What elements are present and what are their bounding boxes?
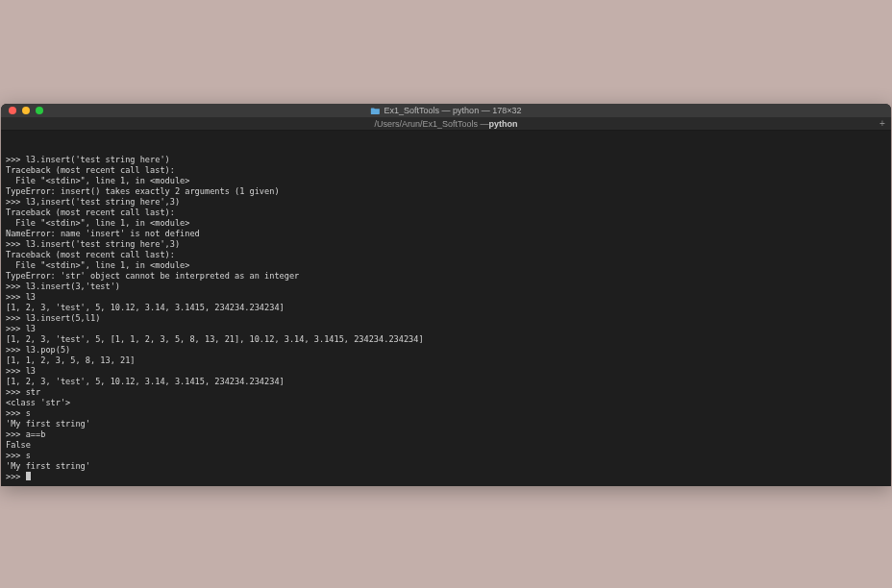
terminal-line: Traceback (most recent call last):	[6, 165, 886, 176]
terminal-line: [1, 1, 2, 3, 5, 8, 13, 21]	[6, 355, 886, 366]
terminal-line: <class 'str'>	[6, 398, 886, 408]
terminal-line: NameError: name 'insert' is not defined	[6, 229, 886, 239]
title-bar[interactable]: Ex1_SoftTools — python — 178×32	[1, 104, 891, 117]
terminal-line: >>> str	[6, 387, 886, 398]
add-tab-button[interactable]: +	[878, 119, 887, 129]
terminal-line: >>> s	[6, 451, 886, 461]
minimize-icon[interactable]	[22, 107, 30, 114]
terminal-window: Ex1_SoftTools — python — 178×32 /Users/A…	[1, 104, 891, 486]
terminal-line: >>> l3.insert('test string here')	[6, 155, 886, 165]
terminal-line: [1, 2, 3, 'test', 5, [1, 1, 2, 3, 5, 8, …	[6, 334, 886, 345]
terminal-line: >>> l3	[6, 324, 886, 334]
terminal-line: >>> s	[6, 408, 886, 419]
maximize-icon[interactable]	[36, 107, 43, 114]
terminal-line: TypeError: insert() takes exactly 2 argu…	[6, 186, 886, 197]
tab-path: /Users/Arun/Ex1_SoftTools —	[374, 119, 488, 129]
window-title-text: Ex1_SoftTools — python — 178×32	[384, 106, 522, 115]
terminal-line: 'My first string'	[6, 461, 886, 472]
terminal-line: File "<stdin>", line 1, in <module>	[6, 260, 886, 271]
tab-process: python	[489, 119, 518, 129]
terminal-line: >>> l3.pop(5)	[6, 345, 886, 355]
terminal-line: Traceback (most recent call last):	[6, 250, 886, 260]
terminal-line: 'My first string'	[6, 419, 886, 429]
cursor	[26, 472, 31, 480]
close-icon[interactable]	[9, 107, 16, 114]
terminal-line: TypeError: 'str' object cannot be interp…	[6, 271, 886, 282]
terminal-line: >>> l3,insert('test string here',3)	[6, 197, 886, 208]
terminal-line: >>> l3.insert(5,l1)	[6, 313, 886, 324]
terminal-line: Traceback (most recent call last):	[6, 208, 886, 218]
terminal-output: >>> l3.insert('test string here')Traceba…	[6, 155, 886, 482]
terminal-line: [1, 2, 3, 'test', 5, 10.12, 3.14, 3.1415…	[6, 377, 886, 387]
terminal-line: >>> l3	[6, 366, 886, 377]
window-title: Ex1_SoftTools — python — 178×32	[371, 106, 522, 115]
terminal-line: >>> l3.insert(3,'test')	[6, 282, 886, 292]
terminal-line: False	[6, 440, 886, 451]
folder-icon	[371, 107, 381, 114]
terminal-line: >>> l3.insert('test string here',3)	[6, 239, 886, 250]
traffic-lights	[9, 107, 43, 114]
terminal-line: [1, 2, 3, 'test', 5, 10.12, 3.14, 3.1415…	[6, 303, 886, 313]
terminal-line: >>> a==b	[6, 429, 886, 440]
terminal-body[interactable]: >>> l3.insert('test string here')Traceba…	[1, 131, 891, 486]
terminal-line: >>> l3	[6, 292, 886, 303]
terminal-line: >>>	[6, 472, 886, 482]
tab-bar[interactable]: /Users/Arun/Ex1_SoftTools — python +	[1, 117, 891, 131]
terminal-line: File "<stdin>", line 1, in <module>	[6, 176, 886, 186]
terminal-line: File "<stdin>", line 1, in <module>	[6, 218, 886, 229]
